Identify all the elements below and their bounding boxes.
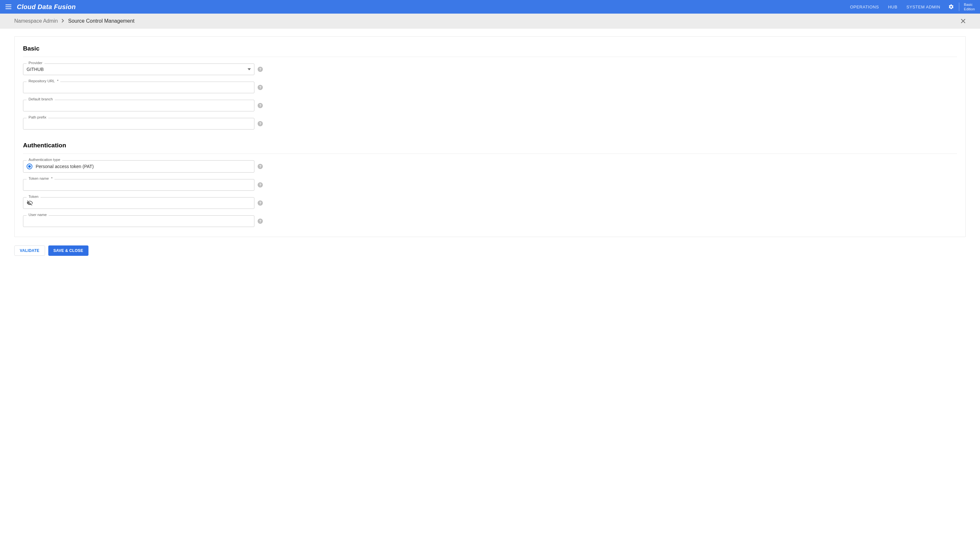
- default-branch-label: Default branch: [27, 97, 55, 101]
- help-icon[interactable]: ?: [258, 200, 263, 206]
- provider-value: GITHUB: [27, 67, 248, 72]
- token-input-box[interactable]: Token: [23, 197, 255, 209]
- field-token: Token ?: [23, 197, 263, 209]
- provider-label: Provider: [27, 61, 45, 65]
- user-name-input[interactable]: [27, 216, 251, 226]
- field-default-branch: Default branch ?: [23, 100, 263, 111]
- edition-line2: Edition: [964, 7, 975, 11]
- help-icon[interactable]: ?: [258, 164, 263, 169]
- edition-label: Basic Edition: [964, 2, 975, 12]
- nav-links: OPERATIONS HUB SYSTEM ADMIN: [850, 5, 940, 10]
- radio-icon: [27, 163, 32, 169]
- token-label: Token: [27, 195, 40, 198]
- auth-type-option: Personal access token (PAT): [36, 164, 94, 169]
- section-title-basic: Basic: [23, 45, 957, 52]
- field-token-name: Token name * ?: [23, 179, 263, 191]
- breadcrumb: Namespace Admin Source Control Managemen…: [14, 18, 135, 24]
- repo-url-label: Repository URL *: [27, 79, 60, 83]
- help-icon[interactable]: ?: [258, 85, 263, 90]
- auth-type-radio[interactable]: Personal access token (PAT): [27, 162, 94, 171]
- nav-system-admin[interactable]: SYSTEM ADMIN: [907, 5, 940, 10]
- breadcrumb-namespace-admin[interactable]: Namespace Admin: [14, 18, 58, 24]
- auth-type-label: Authentication type: [27, 158, 62, 162]
- token-name-input-box[interactable]: Token name *: [23, 179, 255, 191]
- section-rule: [23, 57, 957, 57]
- app-title: Cloud Data Fusion: [17, 3, 850, 11]
- field-repo-url: Repository URL * ?: [23, 82, 263, 93]
- help-icon[interactable]: ?: [258, 219, 263, 224]
- default-branch-input[interactable]: [27, 100, 251, 111]
- section-rule: [23, 154, 957, 154]
- help-icon[interactable]: ?: [258, 182, 263, 187]
- visibility-off-icon[interactable]: [27, 200, 33, 206]
- menu-icon[interactable]: [5, 3, 12, 10]
- user-name-label: User name: [27, 213, 49, 217]
- repo-url-input-box[interactable]: Repository URL *: [23, 82, 255, 93]
- required-mark: *: [57, 79, 58, 83]
- repo-url-label-text: Repository URL: [29, 79, 55, 83]
- nav-hub[interactable]: HUB: [888, 5, 897, 10]
- help-icon[interactable]: ?: [258, 103, 263, 108]
- field-path-prefix: Path prefix ?: [23, 118, 263, 130]
- field-provider: Provider GITHUB ?: [23, 63, 263, 75]
- token-input[interactable]: [35, 198, 251, 208]
- save-close-button[interactable]: SAVE & CLOSE: [48, 246, 89, 256]
- breadcrumb-current: Source Control Management: [68, 18, 135, 24]
- app-header: Cloud Data Fusion OPERATIONS HUB SYSTEM …: [0, 0, 980, 14]
- section-title-auth: Authentication: [23, 142, 957, 149]
- auth-type-box: Authentication type Personal access toke…: [23, 160, 255, 173]
- path-prefix-input-box[interactable]: Path prefix: [23, 118, 255, 130]
- config-card: Basic Provider GITHUB ? Repository URL *…: [14, 36, 966, 237]
- default-branch-input-box[interactable]: Default branch: [23, 100, 255, 111]
- chevron-right-icon: [62, 18, 64, 24]
- breadcrumb-bar: Namespace Admin Source Control Managemen…: [0, 14, 980, 29]
- user-name-input-box[interactable]: User name: [23, 215, 255, 227]
- close-icon[interactable]: [961, 19, 966, 24]
- button-row: VALIDATE SAVE & CLOSE: [14, 246, 966, 256]
- token-name-input[interactable]: [27, 180, 251, 190]
- help-icon[interactable]: ?: [258, 67, 263, 72]
- required-mark: *: [51, 176, 52, 180]
- field-auth-type: Authentication type Personal access toke…: [23, 160, 263, 173]
- chevron-down-icon[interactable]: [248, 68, 251, 70]
- nav-operations[interactable]: OPERATIONS: [850, 5, 879, 10]
- provider-select[interactable]: Provider GITHUB: [23, 63, 255, 75]
- edition-line1: Basic: [964, 2, 975, 7]
- token-name-label-text: Token name: [29, 176, 49, 180]
- gear-icon[interactable]: [948, 3, 955, 10]
- repo-url-input[interactable]: [27, 82, 251, 93]
- field-user-name: User name ?: [23, 215, 263, 227]
- path-prefix-input[interactable]: [27, 119, 251, 129]
- help-icon[interactable]: ?: [258, 121, 263, 126]
- validate-button[interactable]: VALIDATE: [14, 246, 45, 256]
- token-name-label: Token name *: [27, 176, 54, 180]
- path-prefix-label: Path prefix: [27, 115, 48, 119]
- content: Basic Provider GITHUB ? Repository URL *…: [0, 29, 980, 268]
